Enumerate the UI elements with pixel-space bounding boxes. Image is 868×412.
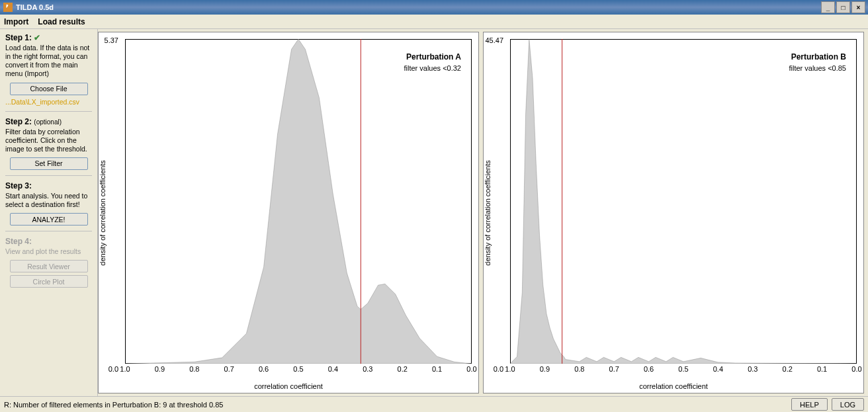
xtick: 0.6 [259,365,269,373]
check-icon: ✔ [34,33,40,42]
java-icon [3,2,13,13]
separator [5,175,92,176]
menu-import[interactable]: Import [4,17,28,26]
xtick: 0.5 [678,365,688,373]
x-axis-label: correlation coefficient [99,382,478,390]
window-titlebar: TILDA 0.5d _ □ × [0,0,868,15]
xtick: 1.0 [120,365,130,373]
step-1: Step 1: ✔ Load data. If the data is not … [5,33,92,106]
window-title: TILDA 0.5d [16,3,54,11]
xtick: 0.8 [574,365,584,373]
choose-file-button[interactable]: Choose File [10,83,88,95]
xtick: 0.0 [851,365,861,373]
step-3: Step 3: Start analysis. You need to sele… [5,181,92,226]
xtick: 0.1 [432,365,442,373]
xtick: 0.9 [155,365,165,373]
analyze-button[interactable]: ANALYZE! [10,213,88,226]
xtick: 0.4 [328,365,338,373]
x-ticks: 1.00.90.80.70.60.50.40.30.20.10.0 [125,365,472,374]
y-axis-label: density of correlation coefficients [484,160,492,265]
xtick: 0.8 [189,365,199,373]
step4-desc: View and plot the results [5,247,92,256]
separator [5,111,92,112]
close-button[interactable]: × [851,1,865,13]
xtick: 0.7 [609,365,619,373]
help-button[interactable]: HELP [791,398,828,411]
ytick-min: 0.0 [108,365,118,373]
plot-perturbation-a[interactable]: density of correlation coefficients 5.37… [98,32,479,393]
minimize-button[interactable]: _ [821,1,835,13]
separator [5,231,92,231]
x-axis-label: correlation coefficient [484,382,863,390]
xtick: 0.4 [713,365,723,373]
plot-perturbation-b[interactable]: density of correlation coefficients 45.4… [483,32,864,393]
xtick: 0.5 [293,365,303,373]
step2-desc: Filter data by correlation coefficient. … [5,128,92,153]
density-curve-a [125,39,472,364]
xtick: 0.7 [224,365,234,373]
density-curve-b [510,39,857,364]
step1-desc: Load data. If the data is not in the rig… [5,44,92,79]
xtick: 1.0 [505,365,515,373]
set-filter-button[interactable]: Set Filter [10,157,88,170]
chart-title-b: Perturbation B [791,52,846,62]
ytick-min: 0.0 [494,365,503,373]
step3-desc: Start analysis. You need to select a des… [5,192,92,209]
ytick-max: 5.37 [105,36,118,44]
chart-filter-b: filter values <0.85 [789,64,846,72]
step2-optional: (optional) [34,118,62,126]
step2-title: Step 2: [5,117,32,126]
result-viewer-button: Result Viewer [10,260,88,272]
circle-plot-button: Circle Plot [10,275,88,288]
xtick: 0.1 [817,365,827,373]
step1-title: Step 1: [5,33,32,42]
menubar: Import Load results [0,15,868,29]
ytick-max: 45.47 [485,36,503,44]
maximize-button[interactable]: □ [836,1,850,13]
xtick: 0.3 [363,365,372,373]
log-button[interactable]: LOG [832,398,864,411]
chart-title-a: Perturbation A [406,52,461,62]
y-axis-label: density of correlation coefficients [99,160,107,265]
xtick: 0.6 [644,365,654,373]
step-2: Step 2: (optional) Filter data by correl… [5,117,92,170]
sidebar: Step 1: ✔ Load data. If the data is not … [0,29,98,396]
status-text: R: Number of filtered elements in Pertur… [4,401,223,409]
step-4: Step 4: View and plot the results Result… [5,237,92,288]
loaded-file-label: ...Data\LX_imported.csv [5,98,92,106]
xtick: 0.0 [466,365,476,373]
step4-title: Step 4: [5,237,92,246]
statusbar: R: Number of filtered elements in Pertur… [0,396,868,412]
xtick: 0.9 [540,365,550,373]
menu-load-results[interactable]: Load results [38,17,85,26]
svg-rect-0 [3,3,13,12]
x-ticks: 1.00.90.80.70.60.50.40.30.20.10.0 [510,365,857,374]
chart-filter-a: filter values <0.32 [404,64,461,72]
xtick: 0.2 [398,365,408,373]
step3-title: Step 3: [5,181,92,190]
xtick: 0.2 [783,365,793,373]
xtick: 0.3 [748,365,758,373]
